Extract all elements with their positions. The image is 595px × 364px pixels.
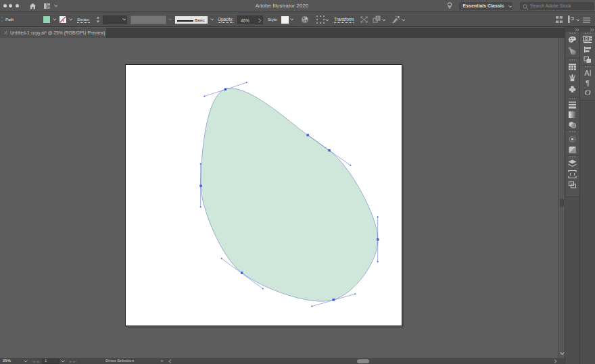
svg-text:¶: ¶ xyxy=(586,79,590,87)
svg-text:A: A xyxy=(584,69,590,77)
svg-text:O: O xyxy=(585,88,591,97)
